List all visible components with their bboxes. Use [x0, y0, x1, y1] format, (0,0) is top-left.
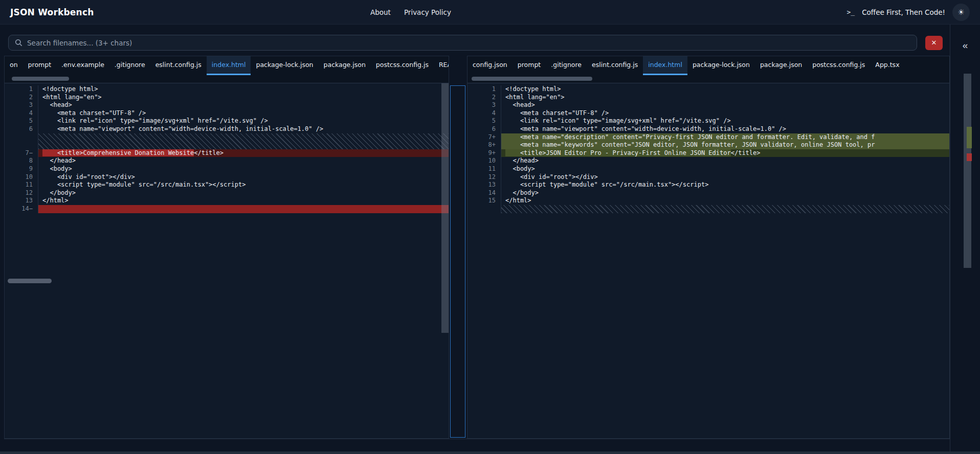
- tab-reai[interactable]: REAI: [434, 56, 449, 75]
- code-text: <head>: [501, 101, 949, 109]
- sun-icon: ☀: [957, 8, 964, 16]
- line-number: 3: [467, 101, 501, 109]
- pane-right: config.jsonprompt.gitignoreeslint.config…: [467, 56, 950, 439]
- left-horizontal-scrollbar[interactable]: [8, 279, 52, 283]
- content-column: ✕ onprompt.env.example.gitignoreeslint.c…: [0, 25, 950, 454]
- code-text: <meta charset="UTF-8" />: [38, 109, 449, 118]
- tab-package.json[interactable]: package.json: [319, 56, 371, 75]
- tabbar-right-scroll-track: [467, 75, 949, 83]
- line-number: 2: [5, 94, 38, 102]
- tab-index.html[interactable]: index.html: [643, 56, 687, 75]
- code-row: 5 <link rel="icon" type="image/svg+xml" …: [5, 117, 449, 125]
- tab-.gitignore[interactable]: .gitignore: [109, 56, 150, 75]
- code-row: 3 <head>: [467, 101, 949, 109]
- code-row: 3 <head>: [5, 101, 449, 109]
- clear-search-button[interactable]: ✕: [925, 36, 943, 50]
- tabbar-left-scroll-track: [5, 75, 449, 83]
- code-row: 4 <meta charset="UTF-8" />: [5, 109, 449, 118]
- code-text: <link rel="icon" type="image/svg+xml" hr…: [501, 117, 949, 125]
- code-row: 10 <div id="root"></div>: [5, 173, 449, 181]
- code-text: <meta charset="UTF-8" />: [501, 109, 949, 118]
- search-input[interactable]: [27, 39, 910, 47]
- line-number: 14: [467, 189, 501, 197]
- nav-link-privacy-policy[interactable]: Privacy Policy: [404, 8, 451, 16]
- code-text: </body>: [38, 189, 449, 197]
- tab-on[interactable]: on: [5, 56, 23, 75]
- nav-link-about[interactable]: About: [370, 8, 391, 16]
- code-text: <title>JSON Editor Pro - Privacy-First O…: [501, 149, 949, 157]
- code-row: 8 </head>: [5, 157, 449, 165]
- tab-config.json[interactable]: config.json: [467, 56, 513, 75]
- tab-.env.example[interactable]: .env.example: [56, 56, 109, 75]
- diff-changed-segment: <title>JSON Editor Pro - Privacy-First O…: [505, 149, 731, 156]
- search-box: [8, 35, 917, 51]
- code-text: [38, 205, 449, 213]
- diff-gutter: [449, 56, 467, 439]
- line-number: 8+: [467, 141, 501, 149]
- chevrons-left-icon: «: [963, 40, 968, 51]
- code-row: 13 <script type="module" src="/src/main.…: [467, 181, 949, 189]
- tab-postcss.config.js[interactable]: postcss.config.js: [807, 56, 870, 75]
- line-number: 9+: [467, 149, 501, 157]
- overview-ruler-thumb[interactable]: [964, 74, 971, 268]
- line-number: 14−: [5, 205, 38, 213]
- code-row: 6 <meta name="viewport" content="width=d…: [5, 125, 449, 133]
- tab-prompt[interactable]: prompt: [23, 56, 56, 75]
- line-number: [5, 133, 38, 149]
- right-rail: «: [950, 25, 980, 454]
- code-text: <div id="root"></div>: [38, 173, 449, 181]
- tab-index.html[interactable]: index.html: [207, 56, 251, 75]
- tab-eslint.config.js[interactable]: eslint.config.js: [587, 56, 643, 75]
- line-number: 7−: [5, 149, 38, 157]
- code-row: 12 <div id="root"></div>: [467, 173, 949, 181]
- code-row: 7− <title>Comprehensive Donation Website…: [5, 149, 449, 157]
- tab-.gitignore[interactable]: .gitignore: [546, 56, 587, 75]
- code-row: 13</html>: [5, 197, 449, 205]
- theme-toggle-button[interactable]: ☀: [952, 4, 970, 21]
- code-row: 9 <body>: [5, 165, 449, 173]
- left-vertical-scrollbar[interactable]: [441, 83, 449, 333]
- tab-postcss.config.js[interactable]: postcss.config.js: [371, 56, 434, 75]
- code-text: </head>: [38, 157, 449, 165]
- line-number: 1: [467, 85, 501, 94]
- diff-changed-segment: <title>Comprehensive Donation Website: [42, 149, 194, 156]
- code-text: <title>Comprehensive Donation Website</t…: [38, 149, 449, 157]
- viewport-indicator[interactable]: [450, 85, 465, 438]
- code-row: 5 <link rel="icon" type="image/svg+xml" …: [467, 117, 949, 125]
- code-row: 7+ <meta name="description" content="Pri…: [467, 133, 949, 142]
- tab-package-lock.json[interactable]: package-lock.json: [687, 56, 755, 75]
- tab-package-lock.json[interactable]: package-lock.json: [251, 56, 318, 75]
- line-number: 4: [5, 109, 38, 118]
- code-text: <!doctype html>: [38, 85, 449, 94]
- tabbar-right-scroll-thumb[interactable]: [472, 77, 592, 81]
- line-number: 6: [467, 125, 501, 133]
- line-number: 3: [5, 101, 38, 109]
- footer-strip: [0, 451, 980, 454]
- code-text: <meta name="viewport" content="width=dev…: [501, 125, 949, 133]
- code-row: 15</html>: [467, 197, 949, 205]
- line-number: 10: [467, 157, 501, 165]
- code-row: 12 </body>: [5, 189, 449, 197]
- tabbar-left-scroll-thumb[interactable]: [12, 77, 69, 81]
- line-number: 9: [5, 165, 38, 173]
- code-text: <link rel="icon" type="image/svg+xml" hr…: [38, 117, 449, 125]
- code-text: <!doctype html>: [501, 85, 949, 94]
- code-text: <script type="module" src="/src/main.tsx…: [38, 181, 449, 189]
- line-number: 2: [467, 94, 501, 102]
- code-row: 11 <script type="module" src="/src/main.…: [5, 181, 449, 189]
- code-area-right: 1<!doctype html>2<html lang="en">3 <head…: [467, 83, 949, 438]
- collapse-sidebar-button[interactable]: «: [956, 38, 974, 53]
- code-text: </body>: [501, 189, 949, 197]
- line-number: 5: [5, 117, 38, 125]
- line-number: [467, 205, 501, 213]
- code-text: [38, 133, 449, 149]
- code-text: <body>: [38, 165, 449, 173]
- tab-app.tsx[interactable]: App.tsx: [870, 56, 904, 75]
- code-text: <script type="module" src="/src/main.tsx…: [501, 181, 949, 189]
- code-row: 2<html lang="en">: [5, 94, 449, 102]
- code-text: <div id="root"></div>: [501, 173, 949, 181]
- tab-prompt[interactable]: prompt: [513, 56, 546, 75]
- line-number: 1: [5, 85, 38, 94]
- tab-package.json[interactable]: package.json: [755, 56, 807, 75]
- tab-eslint.config.js[interactable]: eslint.config.js: [150, 56, 207, 75]
